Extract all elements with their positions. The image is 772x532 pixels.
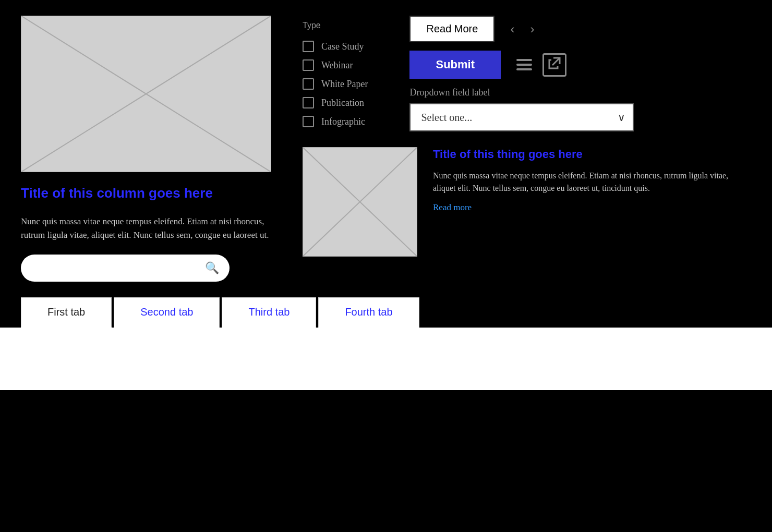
checkbox-infographic[interactable] (303, 116, 314, 127)
checkbox-item-infographic: Infographic (303, 116, 368, 127)
card-title: Title of this thing goes here (433, 147, 751, 162)
checkbox-publication[interactable] (303, 97, 314, 108)
checkbox-label-case-study[interactable]: Case Study (321, 41, 364, 52)
card-body: Nunc quis massa vitae neque tempus eleif… (433, 170, 751, 196)
next-arrow-button[interactable]: › (530, 22, 534, 37)
tabs-section: First tab Second tab Third tab Fourth ta… (0, 297, 772, 390)
search-bar: 🔍 (21, 255, 230, 282)
tab-fourth[interactable]: Fourth tab (318, 297, 419, 328)
tab-second[interactable]: Second tab (114, 297, 220, 328)
checkbox-item-publication: Publication (303, 97, 368, 108)
read-more-button[interactable]: Read More (409, 16, 494, 42)
svg-rect-0 (21, 16, 271, 172)
checkbox-label-white-paper[interactable]: White Paper (321, 79, 368, 90)
svg-line-2 (21, 16, 271, 172)
checkbox-group: Type Case Study Webinar White Paper Publ… (303, 16, 368, 127)
card-content: Title of this thing goes here Nunc quis … (433, 147, 751, 213)
prev-arrow-button[interactable]: ‹ (510, 22, 514, 37)
type-label: Type (303, 21, 368, 30)
tab-third[interactable]: Third tab (222, 297, 316, 328)
buttons-area: Read More ‹ › Submit (409, 16, 634, 131)
main-container: Title of this column goes here Nunc quis… (0, 0, 772, 282)
dropdown-select[interactable]: Select one... (409, 103, 634, 131)
external-link-icon[interactable] (542, 53, 566, 77)
checkbox-label-publication[interactable]: Publication (321, 98, 364, 108)
hamburger-icon[interactable] (516, 59, 532, 70)
search-input[interactable] (31, 263, 205, 273)
left-placeholder-image (21, 16, 271, 172)
column-body: Nunc quis massa vitae neque tempus eleif… (21, 215, 271, 243)
tab-content-area (0, 328, 772, 390)
checkbox-white-paper[interactable] (303, 78, 314, 90)
tabs-bar: First tab Second tab Third tab Fourth ta… (21, 297, 772, 328)
card-section: Title of this thing goes here Nunc quis … (303, 147, 751, 257)
svg-rect-3 (21, 16, 271, 172)
submit-row: Submit (409, 51, 566, 79)
left-column: Title of this column goes here Nunc quis… (21, 16, 271, 282)
checkbox-item-white-paper: White Paper (303, 78, 368, 90)
checkbox-label-webinar[interactable]: Webinar (321, 60, 353, 71)
column-title: Title of this column goes here (21, 185, 271, 202)
dropdown-wrapper: Select one... (409, 103, 634, 131)
checkbox-webinar[interactable] (303, 59, 314, 71)
dropdown-section: Dropdown field label Select one... (409, 87, 634, 131)
tab-first[interactable]: First tab (21, 297, 112, 328)
checkbox-case-study[interactable] (303, 41, 314, 52)
hamburger-line-2 (516, 64, 532, 66)
hamburger-line-1 (516, 59, 532, 61)
icon-group (516, 53, 566, 77)
right-column: Type Case Study Webinar White Paper Publ… (303, 16, 751, 282)
search-icon[interactable]: 🔍 (205, 261, 219, 275)
top-section: Type Case Study Webinar White Paper Publ… (303, 16, 751, 131)
svg-line-4 (552, 58, 560, 65)
card-placeholder-image (303, 147, 417, 257)
checkbox-label-infographic[interactable]: Infographic (321, 116, 365, 127)
checkbox-item-case-study: Case Study (303, 41, 368, 52)
svg-line-1 (21, 16, 271, 172)
hamburger-line-3 (516, 68, 532, 70)
checkbox-item-webinar: Webinar (303, 59, 368, 71)
submit-button[interactable]: Submit (409, 51, 501, 79)
dropdown-field-label: Dropdown field label (409, 87, 634, 98)
card-read-more-link[interactable]: Read more (433, 202, 751, 213)
top-buttons-row: Read More ‹ › (409, 16, 534, 42)
nav-arrows: ‹ › (510, 22, 534, 37)
